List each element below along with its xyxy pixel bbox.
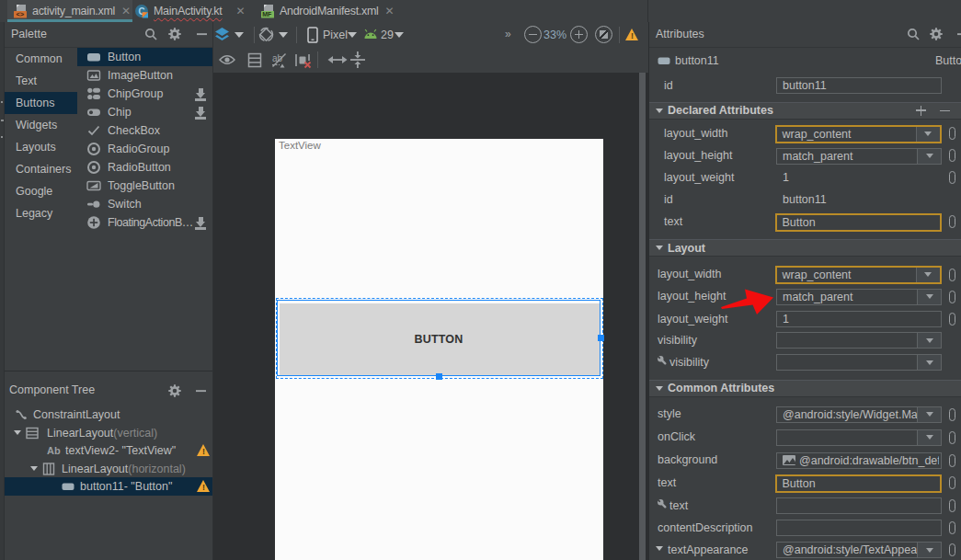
svg-text:<>: <>: [16, 10, 24, 18]
svg-text:Ab: Ab: [47, 444, 61, 455]
svg-text:MF: MF: [262, 11, 272, 17]
